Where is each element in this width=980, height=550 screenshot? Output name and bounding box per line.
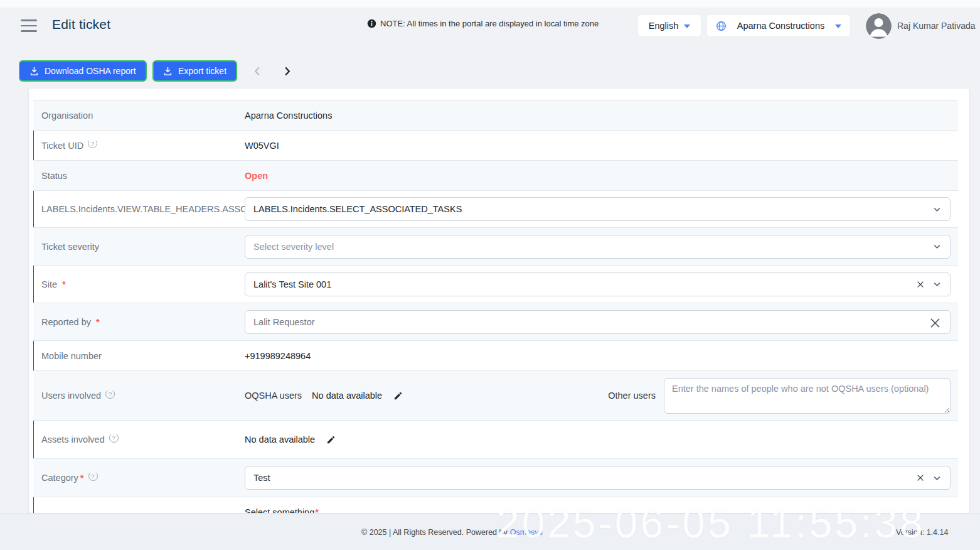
associated-tasks-selected: LABELS.Incidents.SELECT_ASSOCIATED_TASKS (253, 204, 926, 214)
associated-tasks-field-label: LABELS.Incidents.VIEW.TABLE_HEADERS.ASSO (33, 204, 245, 214)
assets-empty-text: No data available (245, 434, 315, 445)
row-ticket-severity: Ticket severity Select severity level (33, 228, 958, 266)
chevron-down-icon (932, 242, 942, 251)
download-icon (29, 67, 39, 76)
caret-down-icon (684, 24, 690, 28)
mobile-number-value: +919989248964 (245, 351, 958, 361)
oqsha-users-label: OQSHA users (245, 391, 302, 401)
site-field-label: Site (41, 279, 57, 289)
chevron-down-icon (932, 205, 942, 214)
clear-reported-by-icon[interactable] (927, 315, 943, 331)
ticket-form-card: Organisation Aparna Constructions Ticket… (28, 88, 970, 514)
row-users-involved: Users involved ? OQSHA users No data ava… (33, 371, 958, 421)
reported-by-input[interactable] (245, 310, 951, 334)
hamburger-bar (21, 19, 37, 21)
required-marker: * (62, 279, 66, 289)
page-title: Edit ticket (52, 17, 110, 32)
row-status: Status Open (33, 161, 958, 191)
copyright-text: © 2025 | All Rights Reserved. Powered by (361, 528, 508, 537)
row-partial: Select something* (33, 497, 958, 514)
clear-category-icon[interactable] (915, 472, 926, 483)
hamburger-menu-button[interactable] (21, 19, 37, 32)
language-dropdown[interactable]: English (638, 15, 701, 36)
status-badge: Open (245, 171, 268, 181)
row-mobile-number: Mobile number +919989248964 (33, 341, 958, 371)
ticket-form-table: Organisation Aparna Constructions Ticket… (33, 100, 958, 514)
category-field-label: Category (41, 473, 78, 483)
row-reported-by: Reported by * (33, 303, 958, 341)
status-field-label: Status (33, 171, 245, 181)
associated-tasks-select[interactable]: LABELS.Incidents.SELECT_ASSOCIATED_TASKS (245, 197, 951, 221)
row-associated-tasks: LABELS.Incidents.VIEW.TABLE_HEADERS.ASSO… (33, 191, 958, 228)
required-marker: * (315, 507, 319, 514)
version-text: Version: 1.4.14 (896, 528, 948, 537)
site-select[interactable]: Lalit's Test Site 001 (245, 272, 951, 296)
edit-assets-pencil-icon[interactable] (325, 434, 337, 446)
avatar[interactable] (866, 13, 892, 39)
language-label: English (649, 21, 679, 31)
required-marker: * (96, 317, 100, 327)
hamburger-bar (21, 25, 37, 27)
export-ticket-label: Export ticket (178, 66, 226, 76)
row-assets-involved: Assets involved ? No data available (33, 421, 958, 459)
row-organisation: Organisation Aparna Constructions (33, 100, 958, 131)
category-select[interactable]: Test (245, 466, 951, 490)
powered-by-link[interactable]: Osmosys (510, 528, 543, 537)
download-osha-label: Download OSHA report (45, 66, 136, 76)
top-strip (0, 0, 980, 8)
globe-icon (716, 21, 727, 31)
users-involved-field-label: Users involved (41, 391, 101, 401)
other-users-textarea[interactable] (664, 378, 951, 414)
hamburger-bar (21, 30, 37, 32)
export-ticket-button[interactable]: Export ticket (152, 60, 237, 82)
chevron-down-icon (932, 279, 942, 289)
help-icon[interactable]: ? (88, 473, 98, 481)
row-category: Category* ? Test (33, 459, 958, 497)
category-selected: Test (253, 473, 908, 483)
note-text: NOTE: All times in the portal are displa… (380, 19, 599, 28)
timezone-note: NOTE: All times in the portal are displa… (367, 19, 599, 28)
ticket-severity-field-label: Ticket severity (33, 242, 245, 252)
organisation-label: Aparna Constructions (732, 21, 829, 31)
footer: © 2025 | All Rights Reserved. Powered by… (0, 514, 980, 550)
user-name: Raj Kumar Pativada (897, 21, 976, 31)
help-icon[interactable]: ? (88, 141, 97, 149)
ticket-severity-placeholder: Select severity level (253, 242, 926, 252)
chevron-down-icon (932, 473, 942, 483)
download-osha-report-button[interactable]: Download OSHA report (19, 60, 147, 82)
caret-down-icon (835, 24, 841, 28)
info-icon (367, 19, 376, 28)
required-marker: * (80, 473, 84, 483)
site-selected: Lalit's Test Site 001 (253, 279, 908, 289)
ticket-uid-value: W05VGI (245, 141, 958, 151)
row-ticket-uid: Ticket UID ? W05VGI (33, 131, 958, 161)
reported-by-field-label: Reported by (41, 317, 91, 327)
download-icon (163, 67, 173, 76)
oqsha-users-empty-text: No data available (312, 391, 382, 401)
mobile-number-field-label: Mobile number (33, 351, 245, 361)
previous-ticket-button[interactable] (251, 65, 264, 77)
organisation-field-label: Organisation (33, 111, 245, 121)
next-ticket-button[interactable] (280, 65, 293, 77)
clear-site-icon[interactable] (915, 279, 926, 290)
organisation-value: Aparna Constructions (245, 111, 958, 121)
edit-users-pencil-icon[interactable] (392, 390, 404, 402)
partial-row-text: Select something (245, 507, 314, 514)
row-site: Site * Lalit's Test Site 001 (33, 266, 958, 303)
help-icon[interactable]: ? (109, 434, 119, 443)
organisation-dropdown[interactable]: Aparna Constructions (707, 15, 850, 36)
assets-involved-field-label: Assets involved (41, 434, 105, 445)
ticket-uid-field-label: Ticket UID (41, 141, 83, 151)
other-users-label: Other users (608, 391, 656, 401)
ticket-severity-select[interactable]: Select severity level (245, 235, 951, 259)
help-icon[interactable]: ? (105, 391, 115, 399)
